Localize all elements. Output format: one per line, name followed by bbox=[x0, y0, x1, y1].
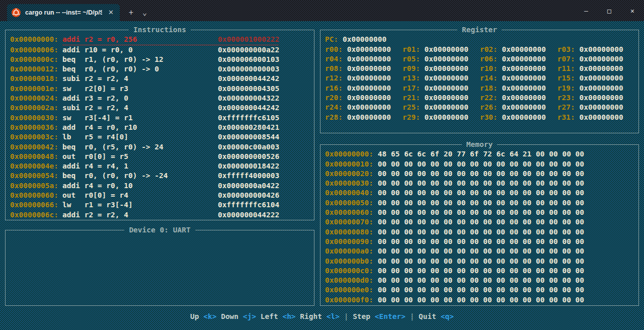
register-label: r13: bbox=[403, 74, 420, 82]
instruction-line: subi r2 = r2, 40x000000044242 bbox=[62, 74, 279, 84]
register-value: 0x00000000 bbox=[575, 84, 623, 92]
memory-bytes: 00 00 00 00 00 00 00 00 00 00 00 00 00 0… bbox=[373, 276, 584, 284]
tab-close-icon[interactable]: ✕ bbox=[106, 9, 116, 17]
instruction-encoding: 0x000000044242 bbox=[218, 103, 279, 113]
space bbox=[199, 312, 203, 321]
register-cell: r28: 0x00000000 bbox=[325, 113, 391, 121]
instruction-line: addi r4 = r0, 100x0000000a0422 bbox=[62, 181, 279, 191]
instructions-panel: Instructions 0x00000000:addi r2 = r0, 25… bbox=[5, 25, 314, 220]
register-cell: r30: 0x00000000 bbox=[480, 113, 546, 121]
window-controls: — □ ✕ bbox=[575, 0, 644, 21]
register-value: 0x00000000 bbox=[575, 113, 623, 121]
hotkey-label: Quit bbox=[419, 312, 436, 321]
register-cell: r00: 0x00000000 bbox=[325, 45, 391, 53]
register-row: r00: 0x00000000r01: 0x00000000r02: 0x000… bbox=[325, 45, 638, 54]
register-cell: r18: 0x00000000 bbox=[480, 84, 546, 92]
register-cell: r06: 0x00000000 bbox=[480, 55, 546, 63]
register-grid: r00: 0x00000000r01: 0x00000000r02: 0x000… bbox=[325, 45, 638, 122]
register-label: r20: bbox=[325, 94, 343, 102]
instruction-text: addi r10 = r0, 0 bbox=[62, 45, 218, 55]
new-tab-button[interactable]: + bbox=[129, 8, 133, 17]
register-cell: r19: 0x00000000 bbox=[557, 84, 623, 92]
instruction-text: beq r0, (r5, r0) -> 24 bbox=[62, 142, 218, 152]
memory-row: 0x00000050: 00 00 00 00 00 00 00 00 00 0… bbox=[325, 198, 638, 208]
hotkey-label: Left bbox=[261, 312, 278, 321]
register-cell: r26: 0x00000000 bbox=[480, 103, 546, 111]
memory-bytes: 00 00 00 00 00 00 00 00 00 00 00 00 00 0… bbox=[373, 228, 584, 236]
memory-row: 0x00000010: 00 00 00 00 00 00 00 00 00 0… bbox=[325, 159, 638, 169]
register-cell: r17: 0x00000000 bbox=[403, 84, 468, 92]
instruction-encoding: 0x0000000a0422 bbox=[218, 181, 279, 191]
instruction-row: 0x0000000c:beq r1, (r0, r0) -> 120x00000… bbox=[10, 55, 314, 64]
uart-panel-title: Device 0: UART bbox=[124, 225, 195, 235]
register-label: r22: bbox=[480, 94, 498, 102]
instruction-address: 0x0000005a: bbox=[10, 181, 62, 191]
memory-bytes: 00 00 00 00 00 00 00 00 00 00 00 00 00 0… bbox=[373, 179, 584, 187]
space bbox=[296, 312, 300, 321]
hotkey: <l> bbox=[327, 312, 340, 321]
memory-bytes: 00 00 00 00 00 00 00 00 00 00 00 00 00 0… bbox=[373, 296, 584, 304]
memory-bytes: 00 00 00 00 00 00 00 00 00 00 00 00 00 0… bbox=[373, 267, 584, 275]
instruction-row: 0x0000004e:addi r4 = r4, 10x000000018422 bbox=[10, 161, 314, 171]
instruction-encoding: 0xfffff4000003 bbox=[218, 171, 279, 181]
instruction-line: beq r1, (r0, r0) -> 120x000006000103 bbox=[62, 55, 279, 64]
instruction-text: add r4 = r0, r10 bbox=[62, 123, 218, 132]
instruction-encoding: 0x000000000003 bbox=[218, 64, 279, 74]
instruction-address: 0x00000000: bbox=[10, 35, 62, 45]
maximize-button[interactable]: □ bbox=[598, 0, 621, 21]
register-label: r27: bbox=[557, 103, 575, 111]
register-label: r02: bbox=[480, 45, 498, 53]
minimize-button[interactable]: — bbox=[575, 0, 598, 21]
instruction-text: addi r4 = r4, 1 bbox=[62, 161, 218, 171]
space bbox=[414, 312, 419, 321]
memory-row: 0x000000b0: 00 00 00 00 00 00 00 00 00 0… bbox=[325, 257, 638, 266]
instruction-row: 0x00000054:beq r0, (r0, r0) -> -240xffff… bbox=[10, 171, 314, 181]
register-cell: r01: 0x00000000 bbox=[403, 45, 468, 53]
register-label: r06: bbox=[480, 55, 498, 63]
register-cell: r31: 0x00000000 bbox=[557, 113, 623, 121]
instruction-line: lb r5 = r4[0]0x000000008544 bbox=[62, 132, 279, 142]
memory-row: 0x000000a0: 00 00 00 00 00 00 00 00 00 0… bbox=[325, 246, 638, 256]
instruction-address: 0x00000066: bbox=[10, 200, 62, 210]
instruction-encoding: 0x000000004322 bbox=[218, 94, 279, 103]
status-bar: Up <k> Down <j> Left <h> Right <l> | Ste… bbox=[0, 311, 644, 323]
hotkey-label: Up bbox=[190, 312, 199, 321]
instruction-encoding: 0x000000008544 bbox=[218, 132, 279, 142]
terminal-tab[interactable]: cargo run -- --inst= ~/D/p/S/c ✕ bbox=[7, 4, 120, 21]
space bbox=[436, 312, 441, 321]
memory-bytes: 00 00 00 00 00 00 00 00 00 00 00 00 00 0… bbox=[373, 247, 584, 255]
hotkey-label: Down bbox=[221, 312, 238, 321]
instruction-encoding: 0x000006000103 bbox=[218, 55, 279, 64]
terminal-window: cargo run -- --inst= ~/D/p/S/c ✕ + ⌄ — □… bbox=[0, 0, 644, 330]
register-value: 0x00000000 bbox=[420, 113, 468, 121]
instruction-text: out r0[0] = r4 bbox=[62, 191, 218, 200]
space bbox=[322, 312, 327, 321]
memory-address: 0x00000040: bbox=[325, 189, 373, 197]
register-value: 0x00000000 bbox=[343, 103, 391, 111]
register-cell: r16: 0x00000000 bbox=[325, 84, 391, 92]
register-cell: r12: 0x00000000 bbox=[325, 74, 391, 82]
register-cell: r25: 0x00000000 bbox=[403, 103, 468, 111]
tab-dropdown-button[interactable]: ⌄ bbox=[142, 8, 147, 17]
instruction-text: addi r4 = r0, 10 bbox=[62, 181, 218, 191]
register-label: r18: bbox=[480, 84, 498, 92]
instruction-row: 0x0000002a:subi r2 = r2, 40x000000044242 bbox=[10, 103, 314, 113]
memory-dump: 0x00000000: 48 65 6c 6c 6f 20 77 6f 72 6… bbox=[320, 149, 638, 305]
memory-row: 0x00000030: 00 00 00 00 00 00 00 00 00 0… bbox=[325, 179, 638, 188]
register-cell: r23: 0x00000000 bbox=[557, 94, 623, 102]
memory-row: 0x00000020: 00 00 00 00 00 00 00 00 00 0… bbox=[325, 169, 638, 179]
register-cell: r11: 0x00000000 bbox=[557, 64, 623, 72]
close-button[interactable]: ✕ bbox=[621, 0, 644, 21]
memory-address: 0x00000020: bbox=[325, 170, 373, 178]
memory-address: 0x00000060: bbox=[325, 208, 373, 216]
memory-address: 0x000000a0: bbox=[325, 247, 373, 255]
register-cell: r03: 0x00000000 bbox=[557, 45, 623, 53]
memory-row: 0x000000f0: 00 00 00 00 00 00 00 00 00 0… bbox=[325, 295, 638, 305]
memory-bytes: 00 00 00 00 00 00 00 00 00 00 00 00 00 0… bbox=[373, 286, 584, 294]
memory-bytes: 00 00 00 00 00 00 00 00 00 00 00 00 00 0… bbox=[373, 189, 584, 197]
instruction-encoding: 0x000001000222 bbox=[218, 35, 279, 44]
register-cell: r21: 0x00000000 bbox=[403, 94, 468, 102]
register-row: r08: 0x00000000r09: 0x00000000r10: 0x000… bbox=[325, 64, 638, 73]
register-cell: r10: 0x00000000 bbox=[480, 64, 546, 72]
register-cell: r05: 0x00000000 bbox=[403, 55, 468, 63]
